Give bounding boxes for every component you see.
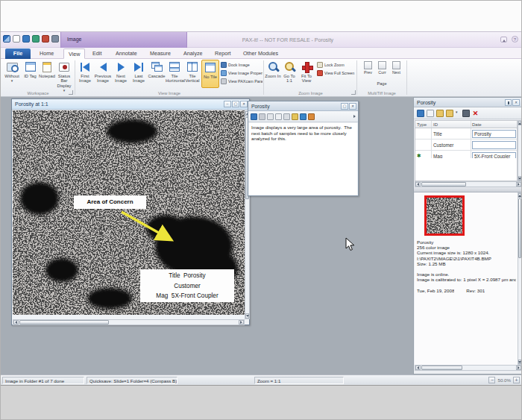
view-full-screen-button[interactable]: View Full Screen [317,69,356,77]
info-panel-title: Porosity [415,100,505,105]
go-to-1-1-icon [284,61,295,72]
previous-image-button[interactable]: Previous Image [94,60,112,88]
col-id[interactable]: ID [432,121,471,128]
close-icon[interactable]: ✕ [512,99,520,106]
tab-measure[interactable]: Measure [145,48,175,59]
new-folder-icon[interactable] [436,110,444,117]
table-horizontal-scrollbar[interactable] [415,181,522,187]
new-image-icon[interactable] [13,35,20,43]
field-title-value[interactable]: Porosity [472,130,516,138]
table-row[interactable]: Customer [415,140,517,151]
area-of-concern-label[interactable]: Area of Concern [74,195,146,209]
close-icon[interactable]: ✕ [349,103,356,110]
web-icon[interactable] [300,113,306,120]
tab-report[interactable]: Report [210,48,236,59]
tab-view[interactable]: View [63,48,85,59]
col-type[interactable]: Type [415,121,432,128]
image-window-titlebar[interactable]: Porosity at 1:1 – ▢ ✕ [12,99,249,110]
copy-icon[interactable] [427,110,434,117]
tile-vertical-button[interactable]: Tile Vertical [183,60,201,88]
table-vertical-scrollbar[interactable] [518,120,522,181]
pin-icon[interactable] [505,99,512,106]
print-icon[interactable] [259,113,265,120]
details-vertical-scrollbar[interactable] [518,192,522,365]
flag-icon[interactable] [462,110,470,117]
details-horizontal-scrollbar[interactable] [415,365,522,371]
delete-icon[interactable]: ✕ [472,110,479,117]
window-title: PAX-it! -- NOT FOR RESALE - Porosity [191,32,385,48]
panel-splitter[interactable] [414,187,522,192]
help-icon[interactable]: ? [512,36,518,43]
notepad-text-area[interactable]: Image displays a very large area of poro… [249,123,357,195]
field-customer-value[interactable] [472,141,516,149]
print-icon[interactable] [42,35,49,43]
tab-file[interactable]: File [5,48,31,59]
last-image-icon [134,63,144,72]
no-tile-button[interactable]: No Tile [201,60,219,88]
zoom-in-button[interactable]: + [513,377,520,383]
image-caption-box[interactable]: Title Porosity Customer Mag 5X-Front Cou… [140,269,234,302]
next-image-button[interactable]: Next Image [112,60,130,88]
dropdown-arrow-icon[interactable]: ▾ [456,110,460,117]
save-icon[interactable] [417,110,424,117]
move-folder-icon[interactable] [446,110,453,117]
app-logo-icon[interactable] [3,35,10,43]
caption-mag-line: Mag 5X-Front Coupler [140,291,234,301]
curr-page-button[interactable]: Curr [377,61,388,75]
micrograph-viewport[interactable]: Area of Concern Title Porosity Customer … [13,110,245,315]
table-row[interactable]: Title Porosity [415,128,517,140]
copy-icon[interactable] [275,113,282,120]
view-image-properties-button[interactable]: View Image Properties [221,69,262,77]
group-label-view-image: View Image [76,91,262,95]
status-bar-display-button[interactable]: Status Bar Display▾ [54,60,74,93]
save-icon[interactable] [251,113,257,120]
ribbon-collapse-icon[interactable] [500,37,507,43]
notepad-button[interactable]: Notepad [39,60,54,93]
tab-other-modules[interactable]: Other Modules [239,48,283,59]
contextual-tab-label: Image [67,37,81,42]
minimize-icon[interactable]: – [224,101,231,107]
go-to-1-1-button[interactable]: Go To 1:1 [281,60,298,88]
tab-home[interactable]: Home [35,48,58,59]
settings-icon[interactable] [51,35,59,43]
workspace-layout-icon [7,63,18,72]
info-panel-titlebar[interactable]: Porosity ✕ [414,98,521,107]
title-bar: ▾ Image PAX-it! -- NOT FOR RESALE - Poro… [1,32,522,48]
dock-image-button[interactable]: Dock Image [221,60,262,69]
first-image-button[interactable]: First Image [76,60,94,88]
camera-icon[interactable] [32,35,40,43]
prev-page-button[interactable]: Prev [362,61,374,75]
cut-icon[interactable] [267,113,274,120]
tab-annotate[interactable]: Annotate [111,48,142,59]
tile-horizontal-button[interactable]: Tile Horizontal [166,60,183,88]
id-tag-button[interactable]: ID Tag [22,60,39,93]
notepad-titlebar[interactable]: Porosity ▢ ✕ [248,101,358,111]
save-icon[interactable] [22,35,30,43]
maximize-icon[interactable]: ▢ [341,103,348,110]
cascade-icon [151,62,163,72]
close-icon[interactable]: ✕ [240,101,248,107]
image-window-title: Porosity at 1:1 [13,101,224,107]
col-date[interactable]: Date [471,121,517,128]
image-horizontal-scrollbar[interactable] [13,319,245,325]
tab-analyze[interactable]: Analyze [179,48,207,59]
paste-icon[interactable] [283,113,290,120]
image-thumbnail[interactable] [424,195,465,236]
last-image-button[interactable]: Last Image [130,60,148,88]
toolbar-overflow-icon[interactable] [353,115,356,118]
fit-to-view-button[interactable]: Fit To View [298,60,315,88]
table-header-row: Type ID Date [415,121,517,128]
view-paxcam-parameters-button[interactable]: View PAXcam Parameters [221,77,262,85]
picture-icon[interactable] [308,113,315,120]
zoom-in-button[interactable]: Zoom In [265,60,281,88]
next-page-button[interactable]: Next [391,61,402,75]
without-button[interactable]: Without▾ [2,60,22,93]
cascade-button[interactable]: Cascade [148,60,166,88]
zoom-out-button[interactable]: − [488,377,495,383]
find-icon[interactable] [292,113,298,120]
dialog-launcher-icon[interactable] [351,90,356,95]
lock-zoom-button[interactable]: Lock Zoom [317,60,356,69]
maximize-icon[interactable]: ▢ [232,101,239,107]
tab-edit[interactable]: Edit [88,48,106,59]
dialog-launcher-icon[interactable] [69,90,73,95]
